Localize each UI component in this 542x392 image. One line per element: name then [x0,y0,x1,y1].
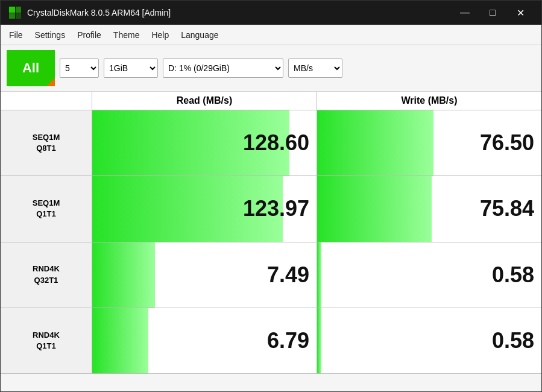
menubar: File Settings Profile Theme Help Languag… [1,25,541,45]
close-button[interactable]: ✕ [506,1,534,25]
svg-rect-2 [9,13,15,19]
count-select[interactable]: 5 1 3 10 [60,58,99,78]
toolbar: All 5 1 3 10 1GiB 512MiB 2GiB 4GiB D: 1%… [1,45,541,92]
row-label: RND4KQ1T1 [1,308,92,373]
read-value: 128.60 [92,130,317,156]
benchmark-content: Read (MB/s) Write (MB/s) SEQ1MQ8T1 128.6… [1,92,541,391]
menu-file[interactable]: File [3,28,29,42]
footer-row [1,373,541,391]
read-value: 6.79 [92,328,317,353]
read-cell: 128.60 [92,110,317,175]
app-icon [8,5,22,20]
titlebar: CrystalDiskMark 8.0.5 ARM64 [Admin] — □ … [1,1,541,25]
drive-select[interactable]: D: 1% (0/29GiB) [163,58,283,78]
menu-help[interactable]: Help [145,28,175,42]
header-write: Write (MB/s) [317,92,541,110]
write-value: 76.50 [317,130,541,156]
write-value: 75.84 [317,196,541,221]
window-title: CrystalDiskMark 8.0.5 ARM64 [Admin] [27,8,451,17]
size-select[interactable]: 1GiB 512MiB 2GiB 4GiB [104,58,158,78]
table-header: Read (MB/s) Write (MB/s) [1,92,541,110]
read-value: 7.49 [92,262,317,288]
table-body: SEQ1MQ8T1 128.60 76.50 SEQ1MQ1T1 123.97 … [1,110,541,373]
write-cell: 0.58 [317,308,541,373]
svg-rect-3 [16,13,21,19]
svg-rect-0 [9,7,15,13]
write-cell: 0.58 [317,242,541,308]
table-row: RND4KQ1T1 6.79 0.58 [1,308,541,373]
menu-settings[interactable]: Settings [29,28,72,42]
table-row: RND4KQ32T1 7.49 0.58 [1,242,541,308]
table-row: SEQ1MQ1T1 123.97 75.84 [1,176,541,242]
write-value: 0.58 [317,328,541,353]
app-window: CrystalDiskMark 8.0.5 ARM64 [Admin] — □ … [0,0,542,392]
header-label-col [1,92,92,110]
row-label: RND4KQ32T1 [1,242,92,308]
row-label: SEQ1MQ8T1 [1,110,92,175]
menu-theme[interactable]: Theme [107,28,146,42]
minimize-button[interactable]: — [451,1,479,25]
window-controls: — □ ✕ [451,1,534,25]
read-cell: 123.97 [92,176,317,241]
write-cell: 76.50 [317,110,541,175]
read-cell: 6.79 [92,308,317,373]
table-row: SEQ1MQ8T1 128.60 76.50 [1,110,541,176]
maximize-button[interactable]: □ [479,1,506,25]
read-value: 123.97 [92,196,317,221]
unit-select[interactable]: MB/s GB/s IOPS μs [288,58,342,78]
menu-profile[interactable]: Profile [71,28,107,42]
write-value: 0.58 [317,262,541,288]
all-button[interactable]: All [7,50,55,86]
write-cell: 75.84 [317,176,541,241]
menu-language[interactable]: Language [175,28,224,42]
header-read: Read (MB/s) [92,92,317,110]
svg-rect-1 [16,7,21,13]
read-cell: 7.49 [92,242,317,308]
row-label: SEQ1MQ1T1 [1,176,92,241]
